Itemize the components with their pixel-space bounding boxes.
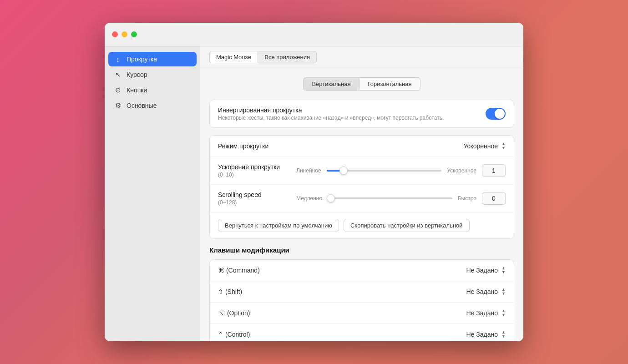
modifier-shift-row: ⇧ (Shift) Не Задано ▲ ▼ (210, 281, 514, 303)
tab-magic-mouse[interactable]: Magic Mouse (209, 51, 258, 63)
modifier-command-row: ⌘ (Command) Не Задано ▲ ▼ (210, 260, 514, 281)
scroll-speed-max-label: Быстро (458, 195, 476, 202)
scroll-speed-input[interactable]: 0 (482, 192, 506, 205)
scroll-mode-stepper[interactable]: ▲ ▼ (501, 142, 506, 150)
command-name: (Command) (226, 267, 260, 274)
sidebar-item-scrolling[interactable]: ↕ Прокрутка (108, 52, 197, 66)
command-stepper[interactable]: ▲ ▼ (501, 266, 506, 274)
scroll-mode-row: Режим прокрутки Ускоренное ▲ ▼ (210, 136, 514, 157)
maximize-button[interactable] (131, 31, 137, 37)
scroll-speed-row: Scrolling speed (0–128) Медленно Быстро (210, 185, 514, 212)
modifier-keys-card: ⌘ (Command) Не Задано ▲ ▼ (209, 259, 514, 341)
scroll-speed-slider-row: Медленно Быстро (296, 195, 476, 202)
scroll-area: Вертикальная Горизонтальная Инвертирован… (200, 68, 523, 341)
sidebar-item-buttons[interactable]: ⊙ Кнопки (108, 83, 197, 97)
control-symbol: ⌃ (218, 331, 223, 338)
scroll-mode-label: Режим прокрутки (218, 142, 463, 150)
sidebar-item-buttons-label: Кнопки (127, 86, 147, 94)
scroll-mode-down[interactable]: ▼ (501, 146, 506, 150)
scroll-speed-thumb[interactable] (327, 194, 335, 202)
sidebar-item-cursor-label: Курсор (127, 71, 147, 78)
vertical-button[interactable]: Вертикальная (303, 77, 359, 91)
scroll-speed-min-label: Медленно (296, 195, 322, 202)
scroll-icon: ↕ (114, 55, 122, 63)
scroll-settings-card: Режим прокрутки Ускоренное ▲ ▼ (209, 135, 514, 239)
modifier-keys-title: Клавиши модификации (209, 246, 514, 259)
modifier-keys-section: Клавиши модификации ⌘ (Command) Не Задан… (209, 246, 514, 341)
traffic-lights (112, 31, 137, 37)
scroll-mode-select[interactable]: Ускоренное ▲ ▼ (463, 142, 506, 150)
app-window: ↕ Прокрутка ↖ Курсор ⊙ Кнопки ⚙ Основные… (105, 23, 523, 341)
scroll-acceleration-track[interactable] (327, 170, 442, 172)
scroll-speed-track[interactable] (328, 197, 452, 199)
command-symbol: ⌘ (218, 267, 224, 274)
scroll-acceleration-row: Ускорение прокрутки (0–10) Линейное Уско… (210, 157, 514, 185)
option-value: Не Задано (466, 309, 498, 317)
control-name: (Control) (225, 331, 250, 338)
scroll-mode-value: Ускоренное (463, 142, 498, 150)
scroll-acceleration-range: (0–10) (218, 172, 291, 178)
minimize-button[interactable] (122, 31, 127, 37)
modifier-option-label: ⌥ (Option) (218, 309, 466, 317)
inverted-scroll-label: Инвертированная прокрутка (218, 106, 486, 114)
tab-all-apps[interactable]: Все приложения (258, 51, 317, 63)
scroll-speed-label: Scrolling speed (218, 191, 291, 198)
option-select[interactable]: Не Задано ▲ ▼ (466, 309, 506, 317)
control-down[interactable]: ▼ (501, 334, 506, 339)
shift-value: Не Задано (466, 288, 498, 295)
scroll-acceleration-min-label: Линейное (296, 167, 321, 174)
content-area: ↕ Прокрутка ↖ Курсор ⊙ Кнопки ⚙ Основные… (105, 46, 523, 341)
sidebar: ↕ Прокрутка ↖ Курсор ⊙ Кнопки ⚙ Основные (105, 46, 200, 341)
shift-symbol: ⇧ (218, 288, 223, 295)
buttons-icon: ⊙ (114, 86, 122, 94)
close-button[interactable] (112, 31, 118, 37)
copy-button[interactable]: Скопировать настройки из вертикальной (344, 219, 470, 232)
scroll-acceleration-input[interactable]: 1 (482, 164, 506, 177)
scroll-acceleration-slider-row: Линейное Ускоренное (296, 167, 476, 174)
sidebar-item-general[interactable]: ⚙ Основные (108, 98, 197, 113)
modifier-control-label: ⌃ (Control) (218, 331, 466, 338)
shift-stepper[interactable]: ▲ ▼ (501, 288, 506, 296)
scroll-acceleration-label: Ускорение прокрутки (218, 163, 291, 171)
gear-icon: ⚙ (114, 101, 122, 110)
inverted-scroll-toggle[interactable] (486, 108, 506, 120)
command-value: Не Задано (466, 267, 498, 274)
main-panel: Magic Mouse Все приложения Вертикальная … (200, 46, 523, 341)
inverted-scroll-card: Инвертированная прокрутка Некоторые жест… (209, 100, 514, 128)
shift-down[interactable]: ▼ (501, 292, 506, 296)
command-select[interactable]: Не Задано ▲ ▼ (466, 266, 506, 274)
sidebar-item-scrolling-label: Прокрутка (127, 56, 157, 63)
scroll-acceleration-thumb[interactable] (339, 167, 348, 175)
sidebar-item-general-label: Основные (127, 102, 157, 109)
reset-button[interactable]: Вернуться к настройкам по умолчанию (218, 219, 339, 232)
option-down[interactable]: ▼ (501, 313, 506, 317)
modifier-shift-label: ⇧ (Shift) (218, 288, 466, 295)
modifier-command-label: ⌘ (Command) (218, 267, 466, 274)
control-stepper[interactable]: ▲ ▼ (501, 330, 506, 339)
control-select[interactable]: Не Задано ▲ ▼ (466, 330, 506, 339)
scroll-acceleration-max-label: Ускоренное (447, 167, 476, 174)
action-buttons-row: Вернуться к настройкам по умолчанию Скоп… (210, 212, 514, 238)
modifier-control-row: ⌃ (Control) Не Задано ▲ ▼ (210, 324, 514, 341)
option-name: (Option) (227, 309, 250, 317)
option-symbol: ⌥ (218, 309, 225, 317)
inverted-scroll-sublabel: Некоторые жесты, такие как смахивание «н… (218, 115, 486, 121)
scroll-speed-range: (0–128) (218, 199, 291, 206)
shift-select[interactable]: Не Задано ▲ ▼ (466, 288, 506, 296)
command-down[interactable]: ▼ (501, 270, 506, 274)
modifier-option-row: ⌥ (Option) Не Задано ▲ ▼ (210, 303, 514, 324)
control-value: Не Задано (466, 331, 498, 338)
shift-name: (Shift) (225, 288, 242, 295)
option-stepper[interactable]: ▲ ▼ (501, 309, 506, 317)
sidebar-item-cursor[interactable]: ↖ Курсор (108, 67, 197, 82)
direction-buttons: Вертикальная Горизонтальная (209, 77, 514, 91)
titlebar (105, 23, 523, 46)
inverted-scroll-row: Инвертированная прокрутка Некоторые жест… (210, 100, 514, 127)
tab-bar: Magic Mouse Все приложения (200, 46, 523, 68)
cursor-icon: ↖ (114, 71, 122, 79)
horizontal-button[interactable]: Горизонтальная (359, 77, 420, 91)
